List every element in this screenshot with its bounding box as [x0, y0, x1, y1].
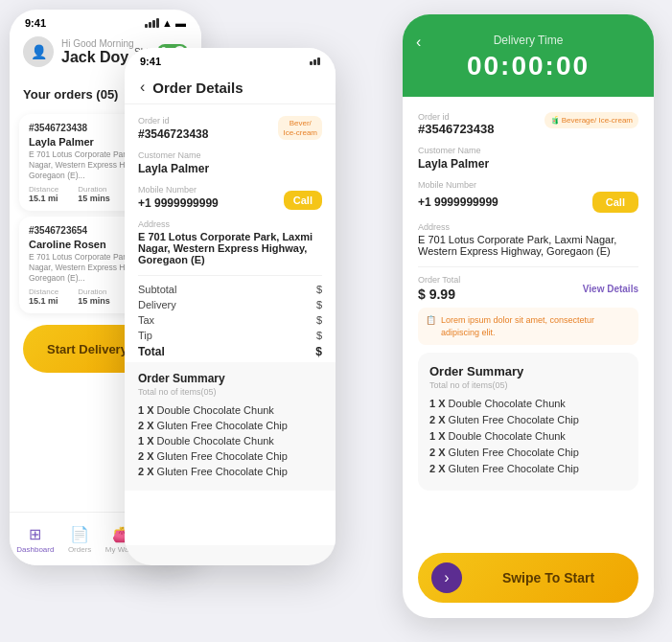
- p3-delivery-note: 📋 Lorem ipsum dolor sit amet, consectetu…: [418, 308, 638, 345]
- dashboard-icon: ⊞: [29, 525, 41, 543]
- p2-item-3: 1 X Double Chocolate Chunk: [138, 435, 322, 447]
- phone1-signal-icons: ▲ ▬: [145, 17, 186, 29]
- p2-customer: Layla Palmer: [138, 162, 322, 175]
- phone3-header: ‹ Delivery Time 00:00:00: [403, 14, 654, 97]
- p2-delivery-row: Delivery $: [138, 299, 322, 310]
- nav-dashboard-label: Dashboard: [16, 545, 54, 554]
- distance-2: 15.1 mi: [29, 296, 58, 306]
- phone3-back-button[interactable]: ‹: [416, 34, 421, 51]
- p3-item-3: 1 X Double Chocolate Chunk: [429, 430, 627, 442]
- order-id-1: #3546723438: [29, 123, 87, 133]
- p2-summary-count: Total no of items(05): [138, 387, 322, 397]
- phone2-topbar: ‹ Order Details: [125, 71, 336, 104]
- swipe-label: Swipe To Start: [472, 570, 625, 585]
- p2-mobile-label: Mobile Number: [138, 185, 219, 195]
- phone2-status-bar: 9:41: [125, 48, 336, 71]
- duration-2: 15 mins: [78, 296, 110, 306]
- duration-label-1: Duration: [78, 185, 110, 194]
- phone1-status-bar: 9:41 ▲ ▬: [10, 10, 201, 33]
- p2-item-5: 2 X Gluten Free Chocolate Chip: [138, 466, 322, 477]
- p2-tax-label: Tax: [138, 314, 154, 326]
- p3-item-2: 2 X Gluten Free Chocolate Chip: [429, 414, 627, 425]
- p2-address-label: Address: [138, 219, 322, 229]
- wifi-icon: ▲: [162, 17, 173, 29]
- p2-call-button[interactable]: Call: [284, 191, 322, 210]
- orders-title: Your orders (05): [23, 87, 118, 102]
- delivery-timer: 00:00:00: [418, 51, 638, 81]
- phone2-time: 9:41: [140, 56, 161, 67]
- p2-order-id: #3546723438: [138, 127, 208, 141]
- p3-summary-count: Total no of items(05): [429, 380, 627, 390]
- p3-category-badge: 🧃 Beverage/ Ice-cream: [545, 112, 639, 128]
- p3-order-id-label: Order id: [418, 112, 495, 122]
- p3-view-details-link[interactable]: View Details: [583, 284, 638, 294]
- delivery-time-label: Delivery Time: [418, 34, 638, 47]
- nav-orders-label: Orders: [68, 545, 91, 554]
- p2-tip-value: $: [316, 330, 322, 341]
- p2-address: E 701 Lotus Corporate Park, Laxmi Nagar,…: [138, 231, 322, 265]
- orders-icon: 📄: [70, 525, 89, 543]
- p2-delivery-value: $: [316, 299, 322, 310]
- p2-subtotal-label: Subtotal: [138, 284, 176, 295]
- p3-address: E 701 Lotus Corporate Park, Laxmi Nagar,…: [418, 234, 638, 257]
- swipe-to-start-button[interactable]: › Swipe To Start: [418, 553, 638, 603]
- p3-address-label: Address: [418, 222, 638, 232]
- p2-tax-value: $: [316, 314, 322, 326]
- p3-item-5: 2 X Gluten Free Chocolate Chip: [429, 463, 627, 474]
- p2-order-id-label: Order id: [138, 116, 208, 126]
- p3-summary-section: Order Summary Total no of items(05) 1 X …: [418, 353, 638, 491]
- phone2-order-details: 9:41 ‹ Order Details Order id #354672343…: [125, 48, 336, 565]
- p3-total-label: Order Total: [418, 275, 460, 285]
- greeting-text: Hi Good Morning: [61, 38, 134, 49]
- p2-total-label: Total: [138, 345, 165, 358]
- p3-order-id: #3546723438: [418, 122, 495, 136]
- duration-1: 15 mins: [78, 194, 110, 203]
- p2-category-badge: Bever/Ice-cream: [278, 116, 322, 140]
- p3-summary-title: Order Summary: [429, 364, 627, 378]
- phone2-content: Order id #3546723438 Bever/Ice-cream Cus…: [125, 104, 336, 545]
- p3-total-amount: $ 9.99: [418, 287, 460, 302]
- battery-icon: ▬: [175, 17, 186, 29]
- p2-item-2: 2 X Gluten Free Chocolate Chip: [138, 420, 322, 431]
- p3-mobile: +1 9999999999: [418, 195, 498, 209]
- duration-label-2: Duration: [78, 287, 110, 296]
- p2-delivery-label: Delivery: [138, 299, 176, 310]
- phone1-time: 9:41: [25, 17, 46, 29]
- p3-mobile-label: Mobile Number: [418, 180, 638, 190]
- p2-item-1: 1 X Double Chocolate Chunk: [138, 404, 322, 416]
- start-delivery-label: Start Delivery: [47, 342, 127, 356]
- swipe-arrow-icon: ›: [431, 562, 462, 593]
- note-icon: 📋: [426, 314, 436, 327]
- nav-orders[interactable]: 📄 Orders: [68, 525, 91, 554]
- p3-customer-label: Customer Name: [418, 146, 638, 155]
- p2-tip-row: Tip $: [138, 330, 322, 341]
- back-button[interactable]: ‹: [140, 79, 145, 96]
- p3-item-1: 1 X Double Chocolate Chunk: [429, 398, 627, 409]
- distance-label-2: Distance: [29, 287, 58, 296]
- order-id-2: #3546723654: [29, 225, 87, 236]
- distance-1: 15.1 mi: [29, 194, 58, 203]
- p2-tax-row: Tax $: [138, 314, 322, 326]
- p3-customer: Layla Palmer: [418, 157, 638, 171]
- phone3-content: Order id #3546723438 🧃 Beverage/ Ice-cre…: [403, 97, 654, 605]
- p3-item-4: 2 X Gluten Free Chocolate Chip: [429, 447, 627, 458]
- distance-label-1: Distance: [29, 185, 58, 194]
- nav-dashboard[interactable]: ⊞ Dashboard: [16, 525, 54, 554]
- p2-total-value: $: [315, 345, 322, 358]
- phone2-signal: [310, 57, 320, 65]
- avatar: 👤: [23, 36, 54, 67]
- p2-total-row: Total $: [138, 345, 322, 358]
- p2-summary-title: Order Summary: [138, 372, 322, 385]
- p2-tip-label: Tip: [138, 330, 152, 341]
- username: Jack Doy: [61, 49, 134, 66]
- p2-subtotal-value: $: [316, 284, 322, 295]
- phone3-delivery: ‹ Delivery Time 00:00:00 Order id #35467…: [403, 14, 654, 618]
- p2-summary-section: Order Summary Total no of items(05) 1 X …: [125, 362, 336, 491]
- p2-mobile: +1 9999999999: [138, 196, 219, 210]
- order-details-title: Order Details: [152, 80, 243, 96]
- p2-item-4: 2 X Gluten Free Chocolate Chip: [138, 450, 322, 462]
- p3-note-text: Lorem ipsum dolor sit amet, consectetur …: [441, 314, 631, 338]
- p3-call-button[interactable]: Call: [592, 192, 638, 213]
- p2-subtotal-row: Subtotal $: [138, 284, 322, 295]
- p2-customer-label: Customer Name: [138, 150, 322, 160]
